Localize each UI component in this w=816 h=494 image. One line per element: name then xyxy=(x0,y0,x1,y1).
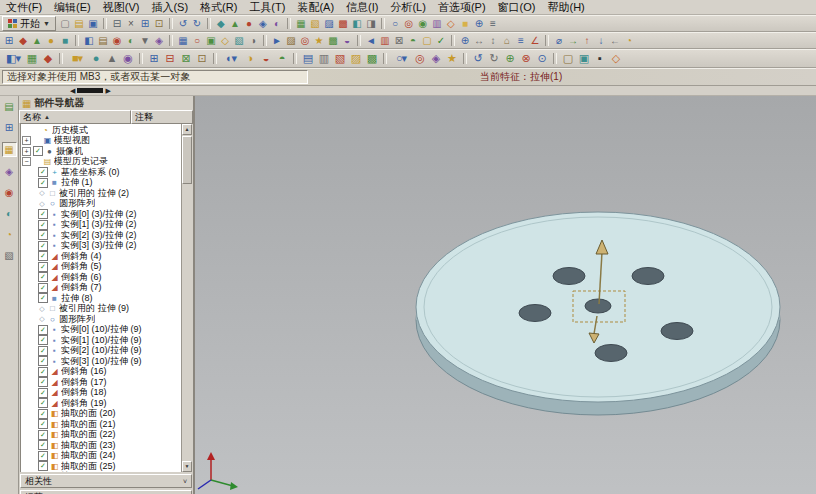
tool-button[interactable]: ○ xyxy=(190,34,204,47)
tree-row[interactable]: ◇ □ 被引用的 拉伸 (9) xyxy=(21,304,181,315)
tool-button[interactable]: ◈ xyxy=(256,17,270,30)
tool-button[interactable]: ⊗ xyxy=(518,51,534,66)
tool-button[interactable]: ○ xyxy=(388,17,402,30)
tool-button[interactable]: ⊠ xyxy=(178,51,194,66)
tool-button[interactable]: ◇ xyxy=(218,34,232,47)
tool-button[interactable]: ⌀ xyxy=(552,34,566,47)
menu-item[interactable]: 视图(V) xyxy=(97,0,146,14)
tool-button[interactable]: ◈ xyxy=(428,51,444,66)
expander-icon[interactable]: + xyxy=(22,136,31,145)
tool-button[interactable]: ⌂ xyxy=(500,34,514,47)
constraint-navigator-icon[interactable]: ⊞ xyxy=(3,121,16,134)
tool-button[interactable]: ↻ xyxy=(486,51,502,66)
feature-checkbox[interactable]: ✓ xyxy=(38,367,48,377)
feature-checkbox[interactable]: ✓ xyxy=(38,230,48,240)
tool-button[interactable]: ⊞ xyxy=(146,51,162,66)
tree-row[interactable]: ◔ 历史模式 xyxy=(21,125,181,136)
feature-checkbox[interactable]: ✓ xyxy=(38,283,48,293)
resize-right-arrow-icon[interactable]: ▶ xyxy=(105,87,110,95)
tool-button[interactable]: ▼ xyxy=(138,34,152,47)
feature-checkbox[interactable]: ✓ xyxy=(33,146,43,156)
feature-checkbox[interactable]: ✓ xyxy=(38,461,48,471)
tool-button[interactable]: ⊠ xyxy=(392,34,406,47)
feature-checkbox[interactable]: ✓ xyxy=(38,272,48,282)
tool-button[interactable]: ▲ xyxy=(104,51,120,66)
tool-button[interactable]: ◐ xyxy=(270,17,284,30)
feature-checkbox[interactable]: ✓ xyxy=(38,419,48,429)
tool-button[interactable]: ↺ xyxy=(470,51,486,66)
tool-button[interactable]: ◇ xyxy=(444,17,458,30)
open-button[interactable]: ▤ xyxy=(72,17,86,30)
tool-button[interactable]: ▢ xyxy=(560,51,576,66)
tool-button[interactable]: ▨ xyxy=(322,17,336,30)
tree-scrollbar[interactable]: ▲ ▼ xyxy=(181,124,192,472)
menu-item[interactable]: 格式(R) xyxy=(194,0,243,14)
tree-row[interactable]: ✓ ◢ 倒斜角 (7) xyxy=(21,283,181,294)
tool-button[interactable]: ▲ xyxy=(228,17,242,30)
tool-button[interactable]: ◆ xyxy=(40,51,56,66)
feature-checkbox[interactable]: ✓ xyxy=(38,209,48,219)
tool-button[interactable]: ⊕ xyxy=(458,34,472,47)
tool-button[interactable]: ≡ xyxy=(486,17,500,30)
tool-button[interactable]: ◓ xyxy=(406,34,420,47)
tool-button[interactable]: ■▾ xyxy=(66,51,88,66)
feature-checkbox[interactable]: ✓ xyxy=(38,335,48,345)
tool-button[interactable]: ▤ xyxy=(300,51,316,66)
feature-checkbox[interactable]: ✓ xyxy=(38,293,48,303)
tool-button[interactable]: ● xyxy=(44,34,58,47)
tool-button[interactable]: ★ xyxy=(312,34,326,47)
undo-button[interactable]: ↺ xyxy=(176,17,190,30)
cut-button[interactable]: × xyxy=(124,17,138,30)
tool-button[interactable]: ⊕ xyxy=(472,17,486,30)
redo-button[interactable]: ↻ xyxy=(190,17,204,30)
menu-item[interactable]: 窗口(O) xyxy=(492,0,542,14)
tool-button[interactable]: ◎ xyxy=(402,17,416,30)
tool-button[interactable]: ◨ xyxy=(364,17,378,30)
tool-button[interactable]: ⊟ xyxy=(162,51,178,66)
tool-button[interactable]: ▢ xyxy=(420,34,434,47)
feature-checkbox[interactable]: ✓ xyxy=(38,178,48,188)
tool-button[interactable]: ▥ xyxy=(430,17,444,30)
tool-button[interactable]: ↕ xyxy=(486,34,500,47)
tool-button[interactable]: ◑ xyxy=(246,34,260,47)
tool-button[interactable]: ▥ xyxy=(378,34,392,47)
tool-button[interactable]: ◉ xyxy=(120,51,136,66)
scroll-thumb[interactable] xyxy=(182,136,192,184)
tool-button[interactable]: ▣ xyxy=(204,34,218,47)
tool-button[interactable]: ⊞ xyxy=(2,34,16,47)
menu-item[interactable]: 文件(F) xyxy=(0,0,48,14)
feature-checkbox[interactable]: ✓ xyxy=(38,167,48,177)
menu-item[interactable]: 信息(I) xyxy=(340,0,384,14)
tool-button[interactable]: → xyxy=(566,34,580,47)
tool-button[interactable]: ● xyxy=(242,17,256,30)
tool-button[interactable]: ⊕ xyxy=(502,51,518,66)
feature-checkbox[interactable]: ✓ xyxy=(38,409,48,419)
history-palette-icon[interactable]: ◔ xyxy=(3,228,16,241)
graphics-viewport[interactable] xyxy=(195,96,816,494)
tool-button[interactable]: ▲ xyxy=(30,34,44,47)
tool-button[interactable]: ↔ xyxy=(472,34,486,47)
tool-button[interactable]: ↑ xyxy=(580,34,594,47)
tool-button[interactable]: ◐▾ xyxy=(220,51,242,66)
tool-button[interactable]: ◐ xyxy=(124,34,138,47)
paste-button[interactable]: ⊡ xyxy=(152,17,166,30)
tool-button[interactable]: ▨ xyxy=(348,51,364,66)
tool-button[interactable]: ⊙ xyxy=(534,51,550,66)
tool-button[interactable]: ▤ xyxy=(96,34,110,47)
tool-button[interactable]: ≡ xyxy=(514,34,528,47)
tool-button[interactable]: ◎ xyxy=(412,51,428,66)
print-button[interactable]: ⊟ xyxy=(110,17,124,30)
feature-checkbox[interactable]: ✓ xyxy=(38,388,48,398)
tool-button[interactable]: ◈ xyxy=(152,34,166,47)
feature-checkbox[interactable]: ✓ xyxy=(38,262,48,272)
tool-button[interactable]: ◆ xyxy=(214,17,228,30)
tree-row[interactable]: ✓ + 基准坐标系 (0) xyxy=(21,167,181,178)
tool-button[interactable]: ◉ xyxy=(416,17,430,30)
tool-button[interactable]: ◇ xyxy=(608,51,624,66)
menu-item[interactable]: 首选项(P) xyxy=(432,0,492,14)
feature-checkbox[interactable]: ✓ xyxy=(38,440,48,450)
tool-button[interactable]: ▨ xyxy=(284,34,298,47)
copy-button[interactable]: ⊞ xyxy=(138,17,152,30)
resize-handle[interactable] xyxy=(77,88,103,93)
feature-checkbox[interactable]: ✓ xyxy=(38,220,48,230)
